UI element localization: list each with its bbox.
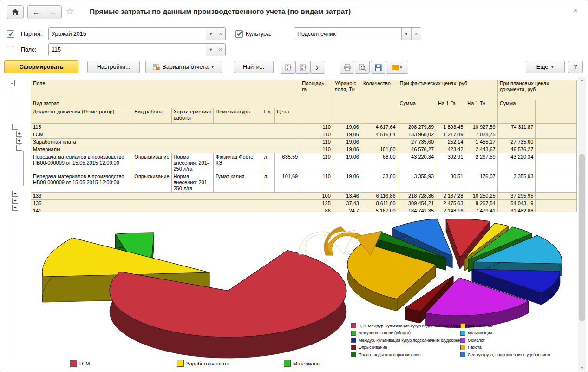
detail-work[interactable]: Опрыскивание [132, 153, 171, 173]
print-button[interactable] [340, 61, 354, 74]
group-value[interactable]: 423,42 [436, 146, 465, 153]
tree-expander[interactable]: - [16, 145, 22, 151]
report-variants-button[interactable]: Варианты отчета▼ [145, 61, 222, 73]
tree-expander[interactable]: + [12, 198, 18, 204]
group-value[interactable]: 110 [300, 124, 333, 131]
group-label[interactable]: ГСМ [31, 131, 300, 139]
tree-expander[interactable]: + [12, 205, 18, 211]
group-value[interactable] [536, 139, 577, 146]
group-value[interactable]: 208 279,89 [398, 124, 436, 131]
group-value[interactable]: 13,46 [333, 193, 361, 200]
group-value[interactable]: 218 728,36 [398, 193, 436, 200]
partia-checkbox[interactable] [7, 30, 14, 38]
expand-groups-button[interactable]: A B [281, 61, 295, 74]
group-value[interactable]: 8 267,54 [465, 200, 497, 207]
group-label[interactable]: 115 [31, 124, 300, 131]
detail-value[interactable]: 110 [300, 153, 333, 173]
header-work-type[interactable]: Вид работы [132, 108, 171, 124]
partia-dropdown-button[interactable]: ▼ [206, 28, 216, 40]
group-value[interactable]: 110 [300, 131, 333, 139]
forward-button[interactable]: → [45, 8, 62, 16]
header-plan-prices[interactable]: При плановых ценах документа, руб [497, 80, 576, 100]
header-work-char[interactable]: Характеристика работы [171, 108, 214, 124]
group-label[interactable]: 135 [31, 200, 300, 207]
detail-doc[interactable]: Передача материалов в производство НВ00-… [31, 153, 132, 173]
group-value[interactable] [497, 131, 536, 139]
group-value[interactable]: 46 576,27 [398, 146, 436, 153]
group-value[interactable]: 37 295,95 [497, 193, 536, 200]
header-fact-prices[interactable]: При фактических ценах, руб [398, 80, 497, 100]
detail-price[interactable]: 635,59 [274, 153, 300, 173]
group-value[interactable]: 101,00 [361, 146, 398, 153]
pole-checkbox[interactable] [7, 46, 14, 53]
group-value[interactable]: 19,06 [333, 124, 361, 131]
scroll-down-icon[interactable]: ▼ [580, 366, 584, 370]
kultura-checkbox[interactable] [235, 30, 243, 38]
detail-value[interactable]: 33,00 [361, 173, 398, 193]
group-value[interactable]: 5 167,00 [361, 207, 398, 212]
group-value[interactable] [536, 146, 577, 153]
sum-button[interactable]: Σ [310, 61, 325, 74]
group-label[interactable]: Заработная плата [31, 139, 300, 146]
find-button[interactable]: Найти... [234, 61, 274, 73]
header-per-ha[interactable]: На 1 Га [436, 100, 465, 124]
group-value[interactable]: 252,14 [436, 139, 465, 146]
header-sum[interactable]: Сумма [398, 100, 436, 124]
group-value[interactable] [361, 139, 398, 146]
generate-button[interactable]: Сформировать [4, 60, 78, 73]
group-value[interactable] [536, 131, 577, 139]
detail-value[interactable]: 3 355,93 [497, 173, 536, 193]
more-button[interactable]: Еще▼ [526, 61, 565, 73]
detail-value[interactable]: 3 355,93 [398, 173, 436, 193]
group-label[interactable]: 133 [31, 193, 300, 200]
group-value[interactable]: 37,43 [333, 200, 361, 207]
group-value[interactable]: 8 611,00 [361, 200, 398, 207]
detail-value[interactable] [536, 153, 577, 173]
pole-dropdown-button[interactable]: ▼ [206, 44, 216, 56]
close-icon[interactable]: × [574, 7, 577, 14]
collapse-groups-button[interactable]: A B [295, 61, 310, 74]
tree-expander[interactable]: + [12, 191, 18, 197]
header-cost-type[interactable]: Вид затрат [31, 100, 300, 108]
header-field[interactable]: Поле [31, 80, 300, 100]
group-value[interactable]: 184 741,35 [398, 207, 436, 212]
group-value[interactable]: 133 968,02 [398, 131, 436, 139]
group-value[interactable]: 1 455,17 [465, 139, 497, 146]
header-clipped[interactable] [536, 100, 577, 124]
group-value[interactable]: 10 927,59 [465, 124, 497, 131]
group-value[interactable]: 2 475,63 [436, 200, 465, 207]
tree-expander[interactable]: - [12, 124, 18, 130]
detail-value[interactable] [536, 173, 577, 193]
scrollbar-thumb[interactable] [579, 154, 585, 321]
group-label[interactable]: 141 [31, 207, 300, 212]
group-value[interactable]: 110 [300, 139, 333, 146]
detail-nomenclature[interactable]: Фюзилад Форте КЭ [214, 153, 262, 173]
group-value[interactable]: 31 482,88 [497, 207, 536, 212]
scroll-up-icon[interactable]: ▲ [580, 78, 584, 82]
favorite-star-icon[interactable]: ☆ [65, 6, 74, 17]
detail-value[interactable]: 43 220,34 [497, 153, 536, 173]
header-area[interactable]: Площадь, га [300, 80, 333, 124]
group-value[interactable]: 74 311,87 [497, 124, 536, 131]
detail-work[interactable]: Опрыскивание [132, 173, 171, 193]
detail-value[interactable]: 19,06 [333, 173, 361, 193]
group-value[interactable]: 309 454,21 [398, 200, 436, 207]
header-nomenclature[interactable]: Номенклатура [214, 108, 262, 124]
group-value[interactable]: 6 116,86 [361, 193, 398, 200]
group-value[interactable]: 100 [300, 193, 333, 200]
pole-input[interactable] [49, 44, 206, 56]
group-value[interactable]: 27 735,60 [398, 139, 436, 146]
header-per-tn[interactable]: На 1 Тн [465, 100, 497, 124]
detail-value[interactable]: 30,51 [436, 173, 465, 193]
header-doc[interactable]: Документ движения (Регистратор) [31, 108, 132, 124]
home-button[interactable] [7, 5, 24, 19]
tree-expander[interactable]: - [9, 80, 15, 86]
save-button[interactable] [371, 61, 385, 74]
detail-characteristic[interactable]: Норма внесения: 201-250 л/га [171, 173, 214, 193]
group-value[interactable] [536, 124, 577, 131]
kultura-clear-button[interactable]: × [411, 28, 421, 40]
detail-unit[interactable]: л. [262, 153, 274, 173]
header-unit[interactable]: Ед. [262, 108, 274, 124]
group-value[interactable]: 2 187,28 [436, 193, 465, 200]
detail-nomenclature[interactable]: Гумат калия [214, 173, 262, 193]
